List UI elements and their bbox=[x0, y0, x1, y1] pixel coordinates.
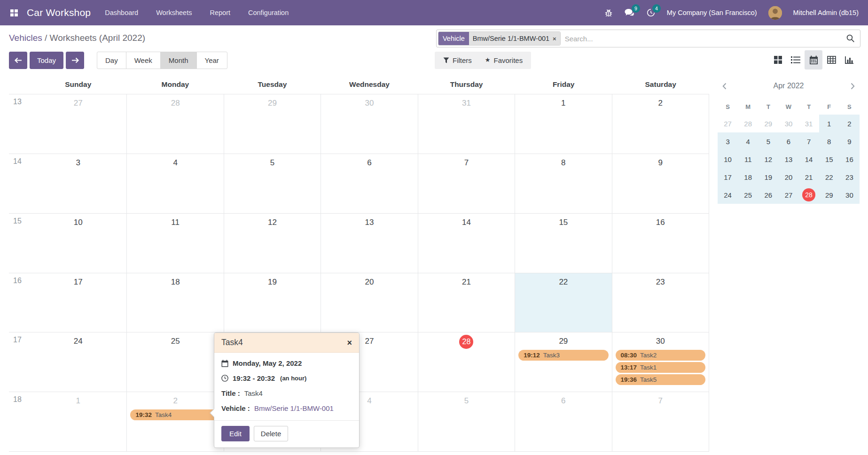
graph-view-icon[interactable] bbox=[840, 50, 858, 69]
day-cell[interactable]: 18 bbox=[126, 273, 223, 332]
mini-day[interactable]: 27 bbox=[778, 186, 798, 204]
nav-menu-worksheets[interactable]: Worksheets bbox=[156, 9, 192, 16]
nav-menu-dashboard[interactable]: Dashboard bbox=[105, 9, 138, 16]
day-cell[interactable]: 2919:12Task3 bbox=[515, 332, 611, 392]
edit-button[interactable]: Edit bbox=[221, 426, 250, 441]
mini-day[interactable]: 27 bbox=[718, 115, 738, 132]
user-avatar[interactable] bbox=[768, 6, 782, 20]
day-cell[interactable]: 8 bbox=[515, 154, 611, 213]
facet-remove-icon[interactable]: × bbox=[553, 36, 556, 42]
mini-day[interactable]: 1 bbox=[819, 115, 839, 132]
mini-day[interactable]: 7 bbox=[799, 132, 819, 150]
week-number[interactable]: 18 bbox=[9, 392, 30, 451]
today-button[interactable]: Today bbox=[30, 52, 63, 69]
close-icon[interactable]: × bbox=[347, 339, 352, 347]
app-title[interactable]: Car Workshop bbox=[27, 7, 91, 18]
day-cell[interactable]: 28 bbox=[418, 332, 515, 392]
week-number[interactable]: 17 bbox=[9, 332, 30, 392]
search-icon[interactable] bbox=[846, 34, 855, 43]
debug-bug-icon[interactable] bbox=[604, 8, 613, 17]
day-cell[interactable]: 29 bbox=[224, 94, 321, 154]
week-number[interactable]: 13 bbox=[9, 94, 30, 154]
day-cell[interactable]: 27 bbox=[30, 94, 126, 154]
day-cell[interactable]: 5 bbox=[418, 392, 515, 451]
mini-day[interactable]: 5 bbox=[758, 132, 778, 150]
mini-day[interactable]: 30 bbox=[778, 115, 798, 132]
popover-vehicle-link[interactable]: Bmw/Serie 1/1-BMW-001 bbox=[254, 404, 334, 412]
favorites-button[interactable]: ★ Favorites bbox=[485, 56, 523, 64]
scale-year[interactable]: Year bbox=[196, 52, 227, 69]
mini-next-chevron-icon[interactable] bbox=[851, 83, 855, 90]
calendar-view-icon[interactable] bbox=[805, 50, 822, 69]
day-cell[interactable]: 24 bbox=[30, 332, 126, 392]
day-cell[interactable]: 11 bbox=[126, 214, 223, 273]
apps-menu-icon[interactable] bbox=[9, 8, 19, 17]
day-cell[interactable]: 4 bbox=[126, 154, 223, 213]
day-cell[interactable]: 6 bbox=[321, 154, 417, 213]
mini-day[interactable]: 25 bbox=[738, 186, 758, 204]
week-number[interactable]: 16 bbox=[9, 273, 30, 332]
day-cell[interactable]: 14 bbox=[418, 214, 515, 273]
mini-day[interactable]: 10 bbox=[718, 150, 738, 168]
day-cell[interactable]: 7 bbox=[612, 392, 709, 451]
day-cell[interactable]: 2 bbox=[612, 94, 709, 154]
mini-day[interactable]: 9 bbox=[839, 132, 860, 150]
mini-day[interactable]: 28 bbox=[799, 186, 819, 204]
scale-month[interactable]: Month bbox=[160, 52, 197, 69]
day-cell[interactable]: 21 bbox=[418, 273, 515, 332]
delete-button[interactable]: Delete bbox=[254, 426, 288, 441]
day-cell[interactable]: 20 bbox=[321, 273, 417, 332]
scale-week[interactable]: Week bbox=[126, 52, 161, 69]
mini-day[interactable]: 22 bbox=[819, 168, 839, 186]
calendar-event[interactable]: 13:17Task1 bbox=[616, 362, 705, 373]
mini-day[interactable]: 29 bbox=[819, 186, 839, 204]
day-cell[interactable]: 16 bbox=[612, 214, 709, 273]
calendar-event[interactable]: 19:32Task4 bbox=[130, 409, 220, 420]
day-cell[interactable]: 1 bbox=[30, 392, 126, 451]
day-cell[interactable]: 3 bbox=[30, 154, 126, 213]
mini-day[interactable]: 28 bbox=[738, 115, 758, 132]
next-arrow-button[interactable] bbox=[66, 52, 84, 69]
mini-day[interactable]: 14 bbox=[799, 150, 819, 168]
mini-day[interactable]: 23 bbox=[839, 168, 860, 186]
day-cell[interactable]: 25 bbox=[126, 332, 223, 392]
prev-arrow-button[interactable] bbox=[9, 52, 27, 69]
messages-icon[interactable]: 9 bbox=[624, 8, 635, 18]
search-facet[interactable]: Vehicle Bmw/Serie 1/1-BMW-001 × bbox=[438, 31, 561, 46]
day-cell[interactable]: 17 bbox=[30, 273, 126, 332]
mini-day[interactable]: 13 bbox=[778, 150, 798, 168]
kanban-view-icon[interactable] bbox=[769, 50, 787, 69]
day-cell[interactable]: 5 bbox=[224, 154, 321, 213]
mini-day[interactable]: 16 bbox=[839, 150, 860, 168]
nav-menu-configuration[interactable]: Configuration bbox=[248, 9, 289, 16]
day-cell[interactable]: 7 bbox=[418, 154, 515, 213]
day-cell[interactable]: 9 bbox=[612, 154, 709, 213]
day-cell[interactable]: 3008:30Task213:17Task119:36Task5 bbox=[612, 332, 709, 392]
mini-day[interactable]: 8 bbox=[819, 132, 839, 150]
mini-day[interactable]: 11 bbox=[738, 150, 758, 168]
mini-day[interactable]: 15 bbox=[819, 150, 839, 168]
mini-day[interactable]: 12 bbox=[758, 150, 778, 168]
day-cell[interactable]: 30 bbox=[321, 94, 417, 154]
company-menu[interactable]: My Company (San Francisco) bbox=[667, 9, 757, 16]
list-view-icon[interactable] bbox=[787, 50, 805, 69]
mini-prev-chevron-icon[interactable] bbox=[722, 83, 727, 90]
mini-day[interactable]: 29 bbox=[758, 115, 778, 132]
day-cell[interactable]: 13 bbox=[321, 214, 417, 273]
pivot-view-icon[interactable] bbox=[822, 50, 840, 69]
day-cell[interactable]: 12 bbox=[224, 214, 321, 273]
mini-day[interactable]: 19 bbox=[758, 168, 778, 186]
scale-day[interactable]: Day bbox=[97, 52, 126, 69]
nav-menu-report[interactable]: Report bbox=[210, 9, 230, 16]
mini-day[interactable]: 26 bbox=[758, 186, 778, 204]
search-input[interactable] bbox=[565, 35, 846, 43]
week-number[interactable]: 15 bbox=[9, 214, 30, 273]
day-cell[interactable]: 31 bbox=[418, 94, 515, 154]
calendar-event[interactable]: 19:12Task3 bbox=[518, 350, 608, 361]
mini-day[interactable]: 21 bbox=[799, 168, 819, 186]
mini-day[interactable]: 17 bbox=[718, 168, 738, 186]
mini-day[interactable]: 4 bbox=[738, 132, 758, 150]
activities-clock-icon[interactable]: 4 bbox=[646, 8, 656, 17]
day-cell[interactable]: 22 bbox=[515, 273, 611, 332]
breadcrumb-vehicles-link[interactable]: Vehicles bbox=[9, 33, 42, 43]
